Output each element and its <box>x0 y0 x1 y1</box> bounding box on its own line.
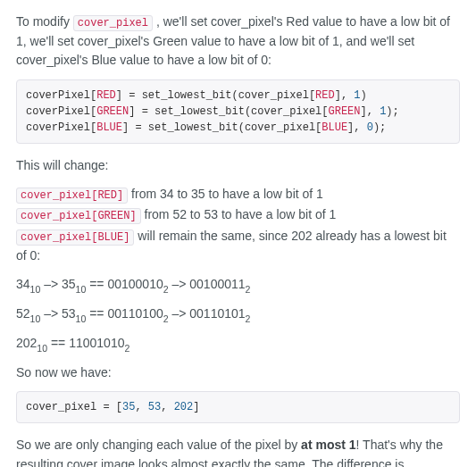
bit-conversion-line: 3410 –> 3510 == 001000102 –> 001000112 <box>16 275 460 296</box>
text: To modify <box>16 14 73 29</box>
bit-conversion-line: 5210 –> 5310 == 001101002 –> 001101012 <box>16 304 460 325</box>
change-line: cover_pixel[RED] from 34 to 35 to have a… <box>16 185 460 204</box>
code-block-cover-pixel-result: cover_pixel = [35, 53, 202] <box>16 391 460 423</box>
text: from 34 to 35 to have a low bit of 1 <box>128 187 323 201</box>
change-line: cover_pixel[BLUE] will remain the same, … <box>16 227 460 265</box>
change-heading: This will change: <box>16 156 460 176</box>
inline-code-channel: cover_pixel[BLUE] <box>16 229 134 246</box>
change-list: cover_pixel[RED] from 34 to 35 to have a… <box>16 185 460 266</box>
intro-paragraph: To modify cover_pixel , we'll set cover_… <box>16 13 460 71</box>
emphasis-at-most-1: at most 1 <box>301 438 355 452</box>
change-line: cover_pixel[GREEN] from 52 to 53 to have… <box>16 205 460 225</box>
text: So we are only changing each value of th… <box>16 438 301 452</box>
inline-code-channel: cover_pixel[RED] <box>16 188 128 204</box>
code-block-set-lowest-bit: coverPixel[RED] = set_lowest_bit(cover_p… <box>16 79 460 144</box>
so-now-heading: So now we have: <box>16 363 460 383</box>
inline-code-cover-pixel: cover_pixel <box>73 15 153 31</box>
paragraph-at-most-1: So we are only changing each value of th… <box>16 436 460 467</box>
inline-code-channel: cover_pixel[GREEN] <box>16 208 141 224</box>
bit-conversion-line: 20210 == 110010102 <box>16 334 460 354</box>
text: from 52 to 53 to have a low bit of 1 <box>141 207 337 221</box>
